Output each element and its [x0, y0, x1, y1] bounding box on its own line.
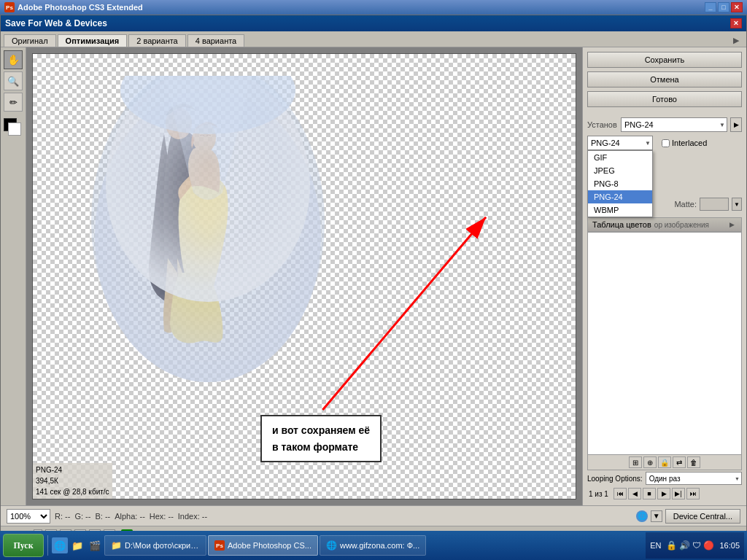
minimize-btn[interactable]: _	[705, 2, 716, 12]
save-for-web-dialog: Save For Web & Devices ✕ Оригинал Оптими…	[0, 15, 747, 531]
color-table-tab2: ор изображения	[654, 221, 709, 229]
anim-first-btn[interactable]: ⏮	[614, 488, 627, 499]
interlaced-label: Interlaced	[672, 139, 707, 147]
dialog-title: Save For Web & Devices	[5, 18, 107, 28]
dialog-bottom-bar: 100% R: -- G: -- B: -- Alpha: -- Hex: --…	[1, 505, 746, 526]
taskbar-folder-label: D:\Мои фото\скрин...	[125, 541, 200, 550]
dialog-title-bar: Save For Web & Devices ✕	[1, 15, 746, 31]
app-title: Adobe Photoshop CS3 Extended	[18, 3, 143, 12]
format-option-gif[interactable]: GIF	[588, 151, 652, 164]
preset-row: Установ PNG-24 ▼ ▶	[587, 117, 742, 132]
maximize-btn[interactable]: □	[718, 2, 729, 12]
looping-dropdown[interactable]: Один раз ▼	[646, 472, 742, 485]
swatch-tool	[4, 118, 23, 137]
format-label: PNG-24	[36, 464, 109, 475]
canvas-area: и вот сохраняем её в таком формате PNG-	[26, 47, 582, 505]
ie-icon[interactable]: 🌐	[52, 537, 68, 553]
tools-panel: ✋ 🔍 ✏	[1, 47, 26, 505]
color-table-label: Таблица цветов	[592, 220, 651, 229]
device-central-button[interactable]: Device Central...	[665, 509, 740, 524]
anim-prev-btn[interactable]: ◀	[628, 488, 641, 499]
format-option-png8[interactable]: PNG-8	[588, 177, 652, 190]
clock: 16:05	[719, 541, 740, 550]
preset-options-btn[interactable]: ▶	[730, 117, 742, 132]
annotation-line1: и вот сохраняем её	[272, 422, 370, 438]
annotation-box: и вот сохраняем её в таком формате	[260, 415, 382, 462]
interlaced-checkbox[interactable]	[662, 139, 670, 147]
anim-next-btn[interactable]: ▶|	[672, 488, 685, 499]
taskbar-item-ps[interactable]: Ps Adobe Photoshop CS...	[208, 535, 318, 556]
r-label: R: --	[55, 512, 70, 521]
color-table-toolbar: ⊞ ⊕ 🔒 ⇄ 🗑	[587, 455, 742, 470]
format-dropdown[interactable]: PNG-24 ▼	[587, 136, 653, 150]
color-table-content	[587, 232, 742, 455]
taskbar-browser-label: www.gifzona.com: Ф...	[340, 541, 419, 550]
format-option-png24-selected[interactable]: PNG-24	[588, 190, 652, 203]
taskbar: Пуск 🌐 📁 🎬 📁 D:\Мои фото\скрин... Ps Ado…	[0, 531, 747, 560]
b-label: B: --	[95, 512, 110, 521]
taskbar-item-folder[interactable]: 📁 D:\Мои фото\скрин...	[104, 535, 206, 556]
tab-4variants[interactable]: 4 варианта	[187, 34, 245, 47]
antivirus-icon: 🛡	[692, 540, 701, 551]
color-table-options-btn[interactable]: ▶	[727, 219, 737, 230]
canvas-status-text: PNG-24 394,5К 141 сек @ 28,8 кбит/с	[33, 463, 112, 499]
safety-icon: 🔴	[703, 540, 714, 551]
tabs-row: Оригинал Оптимизация 2 варианта 4 вариан…	[1, 31, 746, 47]
color-lock-btn[interactable]: 🔒	[658, 456, 671, 468]
matte-label: Matte:	[674, 200, 697, 209]
network-icon: 🔒	[666, 540, 677, 551]
volume-icon[interactable]: 🔊	[679, 540, 690, 551]
anim-play-btn[interactable]: ▶	[657, 488, 670, 499]
format-option-wbmp[interactable]: WBMP	[588, 203, 652, 217]
alpha-label: Alpha: --	[115, 512, 145, 521]
dialog-close-btn[interactable]: ✕	[730, 18, 742, 28]
canvas-inner: и вот сохраняем её в таком формате PNG-	[32, 53, 576, 499]
format-options-popup: GIF JPEG PNG-8 PNG-24 WBMP	[587, 150, 653, 217]
right-panel: Сохранить Отмена Готово Установ PNG-24 ▼…	[582, 47, 746, 505]
color-new-btn[interactable]: ⊞	[629, 456, 642, 468]
eyedropper-tool[interactable]: ✏	[4, 93, 23, 112]
tab-optimize[interactable]: Оптимизация	[58, 34, 128, 47]
ps-icon: Ps	[4, 2, 15, 12]
zoom-tool[interactable]: 🔍	[4, 71, 23, 90]
save-button[interactable]: Сохранить	[587, 52, 742, 68]
globe-icon: 🌐	[636, 510, 648, 522]
color-snap-btn[interactable]: ⊕	[643, 456, 657, 468]
lang-label: EN	[650, 541, 661, 550]
explorer-icon[interactable]: 📁	[69, 537, 85, 553]
matte-dropdown-arrow[interactable]: ▼	[732, 198, 742, 211]
format-row: PNG-24 ▼ GIF JPEG PNG-8 PNG-24 WBMP Inte…	[587, 136, 742, 150]
size-label: 394,5К	[36, 475, 109, 486]
color-delete-btn[interactable]: 🗑	[687, 456, 700, 468]
start-button[interactable]: Пуск	[3, 534, 44, 557]
tab-2variants[interactable]: 2 варианта	[128, 34, 186, 47]
hand-tool[interactable]: ✋	[4, 50, 23, 69]
color-shift-btn[interactable]: ⇄	[673, 456, 686, 468]
tab-arrow: ▶	[729, 34, 743, 47]
zoom-select[interactable]: 100%	[7, 509, 50, 524]
time-label: 141 сек @ 28,8 кбит/с	[36, 486, 109, 497]
preset-label: Установ	[587, 120, 618, 129]
media-icon[interactable]: 🎬	[87, 537, 103, 553]
anim-last-btn[interactable]: ⏭	[686, 488, 700, 499]
close-btn[interactable]: ✕	[731, 2, 743, 12]
g-label: G: --	[74, 512, 90, 521]
matte-color[interactable]	[700, 198, 729, 211]
animation-controls: 1 из 1 ⏮ ◀ ■ ▶ ▶| ⏭	[587, 486, 742, 501]
done-button[interactable]: Готово	[587, 91, 742, 107]
tab-original[interactable]: Оригинал	[4, 34, 56, 47]
looping-row: Looping Options: Один раз ▼	[587, 470, 742, 486]
color-table-section: Таблица цветов ор изображения ▶ ⊞ ⊕ 🔒 ⇄ …	[587, 217, 742, 501]
anim-stop-btn[interactable]: ■	[643, 488, 656, 499]
settings-icon-btn[interactable]: ▼	[651, 510, 662, 522]
taskbar-item-browser[interactable]: 🌐 www.gifzona.com: Ф...	[320, 535, 426, 556]
looping-label: Looping Options:	[587, 475, 643, 483]
hex-label: Hex: --	[150, 512, 174, 521]
cancel-button[interactable]: Отмена	[587, 71, 742, 88]
format-option-jpeg[interactable]: JPEG	[588, 164, 652, 177]
frame-info: 1 из 1	[589, 490, 612, 498]
preset-dropdown[interactable]: PNG-24 ▼	[621, 117, 727, 132]
taskbar-ps-label: Adobe Photoshop CS...	[228, 541, 311, 550]
index-label: Index: --	[178, 512, 207, 521]
couple-image	[91, 76, 325, 397]
